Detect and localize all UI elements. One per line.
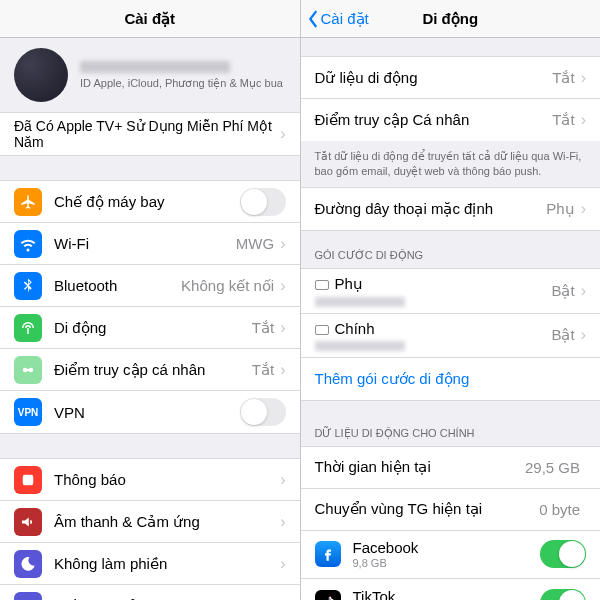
add-cellular-plan-row[interactable]: Thêm gói cước di động — [301, 358, 601, 400]
default-voice-line-row[interactable]: Đường dây thoại mặc định Phụ › — [301, 188, 601, 230]
tiktok-icon — [315, 590, 341, 600]
chevron-right-icon: › — [581, 200, 586, 218]
chevron-right-icon: › — [280, 319, 285, 337]
sim-icon — [315, 280, 329, 290]
vpn-row[interactable]: VPN VPN — [0, 391, 300, 433]
plan-primary-row[interactable]: Chính Bật › — [301, 314, 601, 358]
cellular-row[interactable]: Di động Tắt › — [0, 307, 300, 349]
right-header: Cài đặt Di động — [301, 0, 601, 38]
sounds-row[interactable]: Âm thanh & Cảm ứng › — [0, 501, 300, 543]
plan-secondary-row[interactable]: Phụ Bật › — [301, 269, 601, 314]
apple-id-row[interactable]: ID Apple, iCloud, Phương tiện & Mục bua — [0, 38, 300, 112]
left-header: Cài đặt — [0, 0, 300, 38]
vpn-toggle[interactable] — [240, 398, 286, 426]
airplane-icon — [14, 188, 42, 216]
cellular-value: Tắt — [252, 319, 274, 337]
chevron-right-icon: › — [581, 326, 586, 344]
chevron-right-icon: › — [280, 555, 285, 573]
app-usage-tiktok-row[interactable]: TikTok 4,4 GB — [301, 579, 601, 600]
chevron-right-icon: › — [280, 471, 285, 489]
chevron-right-icon: › — [280, 361, 285, 379]
plans-section-title: GÓI CƯỚC DI ĐỘNG — [301, 231, 601, 268]
apple-id-name — [80, 61, 230, 73]
back-button[interactable]: Cài đặt — [307, 10, 369, 28]
cellular-footnote: Tắt dữ liệu di động để truyền tất cả dữ … — [301, 141, 601, 187]
wifi-value: MWG — [236, 235, 274, 252]
bluetooth-value: Không kết nối — [181, 277, 274, 295]
sim-icon — [315, 325, 329, 335]
svg-rect-2 — [25, 368, 31, 370]
hourglass-icon — [14, 592, 42, 600]
personal-hotspot-row[interactable]: Điểm truy cập Cá nhân Tắt › — [301, 99, 601, 141]
moon-icon — [14, 550, 42, 578]
wifi-icon — [14, 230, 42, 258]
right-title: Di động — [422, 10, 478, 28]
vpn-icon: VPN — [14, 398, 42, 426]
screentime-row[interactable]: Thời gian sử dụng › — [0, 585, 300, 600]
chevron-right-icon: › — [581, 282, 586, 300]
chevron-right-icon: › — [280, 125, 285, 143]
bluetooth-row[interactable]: Bluetooth Không kết nối › — [0, 265, 300, 307]
hotspot-row[interactable]: Điểm truy cập cá nhân Tắt › — [0, 349, 300, 391]
chevron-right-icon: › — [280, 277, 285, 295]
hotspot-value: Tắt — [252, 361, 274, 379]
notifications-row[interactable]: Thông báo › — [0, 459, 300, 501]
left-title: Cài đặt — [124, 10, 175, 28]
svg-rect-3 — [23, 474, 34, 485]
settings-root-pane: Cài đặt ID Apple, iCloud, Phương tiện & … — [0, 0, 301, 600]
dnd-row[interactable]: Không làm phiền › — [0, 543, 300, 585]
cellular-data-row[interactable]: Dữ liệu di động Tắt › — [301, 57, 601, 99]
apple-id-subtitle: ID Apple, iCloud, Phương tiện & Mục bua — [80, 77, 283, 90]
chevron-right-icon: › — [581, 111, 586, 129]
hotspot-icon — [14, 356, 42, 384]
avatar — [14, 48, 68, 102]
facebook-icon — [315, 541, 341, 567]
chevron-right-icon: › — [280, 513, 285, 531]
cellular-detail-pane: Cài đặt Di động Dữ liệu di động Tắt › Đi… — [301, 0, 601, 600]
chevron-right-icon: › — [280, 235, 285, 253]
plan-carrier-redacted — [315, 297, 405, 307]
airplane-mode-row[interactable]: Chế độ máy bay — [0, 181, 300, 223]
sounds-icon — [14, 508, 42, 536]
facebook-toggle[interactable] — [540, 540, 586, 568]
cellular-icon — [14, 314, 42, 342]
usage-section-title: DỮ LIỆU DI ĐỘNG CHO CHÍNH — [301, 401, 601, 446]
appletv-promo-row[interactable]: Đã Có Apple TV+ Sử Dụng Miễn Phí Một Năm… — [0, 113, 300, 155]
bluetooth-icon — [14, 272, 42, 300]
current-period-row: Thời gian hiện tại 29,5 GB — [301, 447, 601, 489]
airplane-toggle[interactable] — [240, 188, 286, 216]
notifications-icon — [14, 466, 42, 494]
app-usage-facebook-row[interactable]: Facebook 9,8 GB — [301, 531, 601, 579]
wifi-row[interactable]: Wi-Fi MWG › — [0, 223, 300, 265]
chevron-right-icon: › — [581, 69, 586, 87]
back-label: Cài đặt — [321, 10, 369, 28]
plan-carrier-redacted — [315, 341, 405, 351]
tiktok-toggle[interactable] — [540, 589, 586, 600]
roaming-period-row: Chuyển vùng TG hiện tại 0 byte — [301, 489, 601, 531]
